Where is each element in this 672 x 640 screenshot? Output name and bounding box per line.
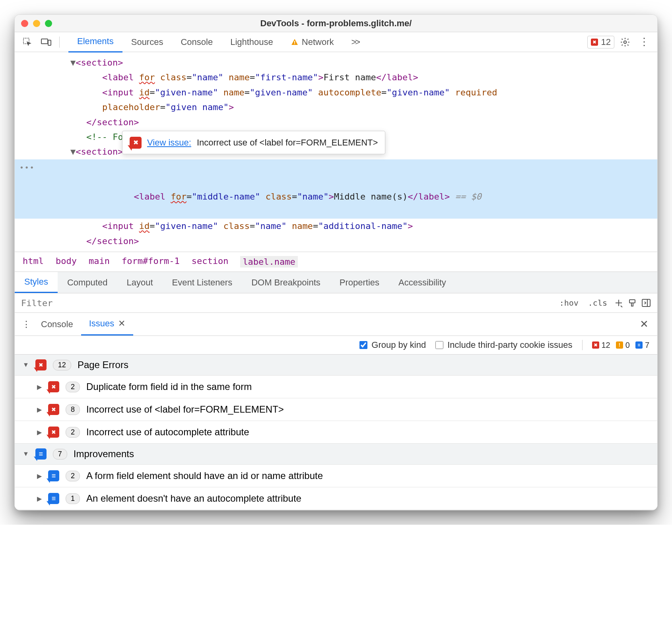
error-icon <box>592 341 599 349</box>
styles-filter-row: :hov .cls <box>15 293 657 313</box>
gutter-actions-icon[interactable]: ••• <box>19 162 35 174</box>
error-chip-icon <box>48 427 59 438</box>
toggle-sidebar-icon[interactable] <box>641 299 651 307</box>
drawer-close-icon[interactable]: ✕ <box>636 314 653 334</box>
settings-gear-icon[interactable] <box>617 35 633 50</box>
inspect-element-icon[interactable] <box>19 35 35 49</box>
attr-error: id <box>139 87 150 97</box>
subtab-layout[interactable]: Layout <box>117 273 162 293</box>
cls-toggle[interactable]: .cls <box>586 297 610 309</box>
issue-item[interactable]: ▶ 1 An element doesn't have an autocompl… <box>15 487 657 510</box>
subtab-properties[interactable]: Properties <box>330 273 389 293</box>
issue-title: Duplicate form field id in the same form <box>86 381 252 392</box>
tab-sources[interactable]: Sources <box>122 32 172 52</box>
chevron-down-icon: ▼ <box>23 450 29 458</box>
issue-item[interactable]: ▶ 2 Duplicate form field id in the same … <box>15 375 657 398</box>
subtab-styles[interactable]: Styles <box>15 272 58 293</box>
issue-item[interactable]: ▶ 2 Incorrect use of autocomplete attrib… <box>15 421 657 443</box>
chevron-down-icon: ▼ <box>23 361 29 368</box>
error-count: 12 <box>601 37 611 47</box>
info-total: 7 <box>645 341 649 350</box>
tab-console[interactable]: Console <box>172 32 221 52</box>
tab-lighthouse[interactable]: Lighthouse <box>221 32 282 52</box>
group-count: 7 <box>53 449 67 460</box>
issue-tooltip: View issue: Incorrect use of <label for=… <box>122 131 385 154</box>
error-chip-icon <box>130 137 142 149</box>
warning-total: 0 <box>625 341 630 350</box>
device-toggle-icon[interactable] <box>38 36 54 48</box>
tab-network[interactable]: Network <box>282 32 343 52</box>
issue-counts: 12 0 7 <box>592 341 650 350</box>
breadcrumb-item[interactable]: body <box>56 256 77 268</box>
drawer-tabs: ⋮ Console Issues ✕ ✕ <box>15 313 657 336</box>
checkbox[interactable] <box>359 341 367 349</box>
new-style-rule-icon[interactable] <box>614 299 623 307</box>
group-header[interactable]: ▼ 12 Page Errors <box>15 355 657 375</box>
issue-count: 2 <box>66 427 80 438</box>
hov-toggle[interactable]: :hov <box>557 297 581 309</box>
dom-node[interactable]: ▼<section> <box>15 55 657 70</box>
svg-rect-1 <box>41 39 48 44</box>
main-toolbar: Elements Sources Console Lighthouse Netw… <box>15 32 657 52</box>
subtab-dom-breakpoints[interactable]: DOM Breakpoints <box>242 273 330 293</box>
devtools-window: DevTools - form-problems.glitch.me/ Elem… <box>14 14 658 510</box>
drawer-kebab-icon[interactable]: ⋮ <box>19 315 33 334</box>
issue-item[interactable]: ▶ 2 A form field element should have an … <box>15 464 657 487</box>
info-icon <box>635 341 643 349</box>
issue-item[interactable]: ▶ 8 Incorrect use of <label for=FORM_ELE… <box>15 398 657 421</box>
group-title: Page Errors <box>78 359 128 370</box>
drawer-tab-issues[interactable]: Issues ✕ <box>81 313 134 336</box>
console-reference: == $0 <box>450 192 481 202</box>
dom-node[interactable]: placeholder="given name"> <box>15 100 657 114</box>
svg-rect-3 <box>294 41 295 43</box>
styles-tabs: Styles Computed Layout Event Listeners D… <box>15 272 657 293</box>
subtab-computed[interactable]: Computed <box>58 273 117 293</box>
group-count: 12 <box>53 360 71 370</box>
issue-title: An element doesn't have an autocomplete … <box>86 493 301 504</box>
breadcrumb-item[interactable]: form#form-1 <box>122 256 180 268</box>
issue-count-button[interactable]: 12 <box>587 36 614 48</box>
kebab-menu-icon[interactable]: ⋮ <box>636 33 653 50</box>
dom-node[interactable]: <label for class="name" name="first-name… <box>15 70 657 85</box>
dom-breadcrumb: html body main form#form-1 section label… <box>15 252 657 272</box>
dom-node[interactable]: <input id="given-name" name="given-name"… <box>15 85 657 100</box>
svg-rect-7 <box>631 303 633 306</box>
svg-rect-6 <box>629 300 635 303</box>
styles-filter-input[interactable] <box>21 298 552 308</box>
subtab-accessibility[interactable]: Accessibility <box>389 273 456 293</box>
chevron-right-icon: ▶ <box>37 383 42 391</box>
breadcrumb-item[interactable]: html <box>23 256 44 268</box>
chevron-right-icon: ▶ <box>37 495 42 502</box>
attr-error: id <box>139 221 150 231</box>
error-total: 12 <box>602 341 610 350</box>
drawer-tab-console[interactable]: Console <box>33 314 81 335</box>
divider <box>59 37 60 48</box>
window-title: DevTools - form-problems.glitch.me/ <box>15 18 657 29</box>
issue-group-improvements: ▼ 7 Improvements ▶ 2 A form field elemen… <box>15 444 657 510</box>
titlebar: DevTools - form-problems.glitch.me/ <box>15 15 657 32</box>
view-issue-link[interactable]: View issue: <box>147 135 191 150</box>
issue-title: A form field element should have an id o… <box>86 470 323 481</box>
dom-tree[interactable]: ▼<section> <label for class="name" name=… <box>15 52 657 252</box>
tab-elements[interactable]: Elements <box>68 31 122 52</box>
dom-node[interactable]: </section> <box>15 115 657 130</box>
svg-rect-2 <box>48 40 51 45</box>
panel-tabs: Elements Sources Console Lighthouse Netw… <box>68 31 368 52</box>
paint-brush-icon[interactable] <box>628 299 637 307</box>
checkbox[interactable] <box>435 341 443 349</box>
group-header[interactable]: ▼ 7 Improvements <box>15 444 657 464</box>
dom-node-selected[interactable]: ••• <label for="middle-name" class="name… <box>15 159 657 219</box>
issue-group-page-errors: ▼ 12 Page Errors ▶ 2 Duplicate form fiel… <box>15 355 657 444</box>
group-by-kind-checkbox[interactable]: Group by kind <box>359 340 426 350</box>
dom-node[interactable]: <input id="given-name" class="name" name… <box>15 219 657 233</box>
third-party-checkbox[interactable]: Include third-party cookie issues <box>435 340 572 350</box>
error-chip-icon <box>35 359 47 370</box>
tooltip-message: Incorrect use of <label for=FORM_ELEMENT… <box>197 135 378 150</box>
tabs-overflow-button[interactable]: >> <box>343 32 368 52</box>
breadcrumb-item-active[interactable]: label.name <box>240 256 297 268</box>
breadcrumb-item[interactable]: section <box>192 256 229 268</box>
subtab-event-listeners[interactable]: Event Listeners <box>163 273 242 293</box>
breadcrumb-item[interactable]: main <box>89 256 110 268</box>
close-tab-icon[interactable]: ✕ <box>118 318 125 329</box>
dom-node[interactable]: </section> <box>15 234 657 248</box>
